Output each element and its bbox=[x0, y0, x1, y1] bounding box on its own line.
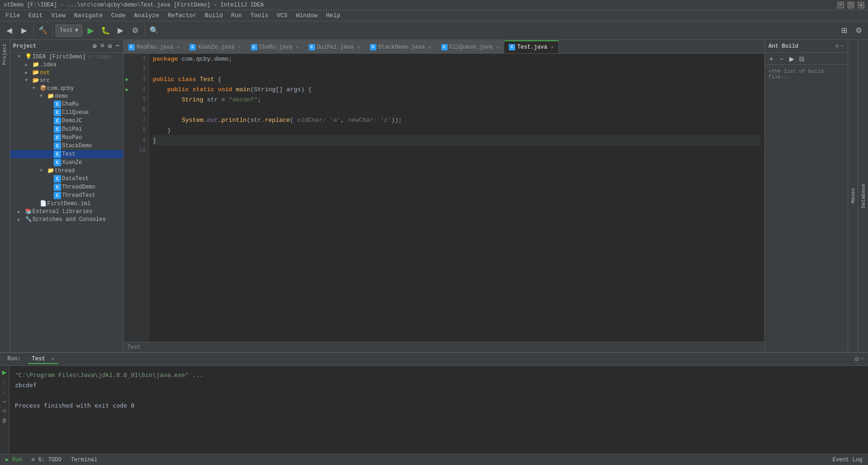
tree-item-project[interactable]: ▼ 💡 IDEA [FirstDemo] F:\IDEA bbox=[10, 53, 123, 61]
run-marker-3[interactable]: ▶ bbox=[125, 76, 129, 83]
run-scroll-up[interactable]: ↑ bbox=[3, 380, 6, 386]
sidebar-settings-btn[interactable]: ⚙ bbox=[107, 41, 112, 51]
tab-cilqueue[interactable]: C CilQueue.java ✕ bbox=[437, 40, 505, 53]
tab-charu-close[interactable]: ✕ bbox=[296, 44, 299, 50]
tree-item-ext-libs[interactable]: ▶ 📚 External Libraries bbox=[10, 207, 123, 215]
sidebar-expand-btn[interactable]: ≡ bbox=[100, 41, 105, 51]
run-config-selector[interactable]: Test ▼ bbox=[56, 25, 82, 37]
run-panel-collapse[interactable]: − bbox=[861, 355, 864, 363]
tree-item-out[interactable]: ▶ 📂 out bbox=[10, 69, 123, 76]
tab-maopao-close[interactable]: ✕ bbox=[177, 44, 180, 50]
tree-item-comqcby[interactable]: ▼ 📦 com.qcby bbox=[10, 84, 123, 92]
status-run[interactable]: ▶ Run bbox=[4, 456, 24, 463]
ant-build-close[interactable]: − bbox=[841, 43, 844, 50]
tree-item-thread[interactable]: ▼ 📁 thread bbox=[10, 167, 123, 175]
tree-item-xuanze[interactable]: ▶ C XuanZe bbox=[10, 158, 123, 167]
tree-arrow-demo[interactable]: ▼ bbox=[40, 94, 46, 99]
tree-arrow-project[interactable]: ▼ bbox=[18, 54, 24, 59]
tree-item-src[interactable]: ▼ 📂 src bbox=[10, 76, 123, 84]
code-editor[interactable]: 1 2 ▶ 3 ▶ 4 5 6 7 8 9 10 pa bbox=[124, 54, 764, 342]
run-panel-settings[interactable]: ⚙ bbox=[855, 355, 858, 363]
code-content[interactable]: package com.qcby.demo; public class Test… bbox=[149, 54, 764, 342]
maximize-button[interactable]: □ bbox=[848, 2, 854, 8]
close-button[interactable]: ✕ bbox=[858, 2, 864, 8]
ant-add-btn[interactable]: + bbox=[767, 54, 776, 63]
tab-duipai-close[interactable]: ✕ bbox=[357, 44, 360, 50]
menu-view[interactable]: View bbox=[47, 11, 69, 20]
run-clear[interactable]: 🗑 bbox=[2, 417, 7, 424]
tree-item-scratches[interactable]: ▶ 🔧 Scratches and Consoles bbox=[10, 215, 123, 223]
status-event-log[interactable]: Event Log bbox=[831, 457, 864, 463]
menu-build[interactable]: Build bbox=[201, 11, 226, 20]
menu-analyze[interactable]: Analyze bbox=[130, 11, 163, 20]
tree-item-charu[interactable]: ▶ C ChaRu bbox=[10, 100, 123, 108]
tab-charu[interactable]: C ChaRu.java ✕ bbox=[246, 40, 304, 53]
menu-refactor[interactable]: Refactor bbox=[164, 11, 200, 20]
tab-cilqueue-close[interactable]: ✕ bbox=[496, 44, 499, 50]
run-panel-tab-close[interactable]: ✕ bbox=[51, 356, 55, 362]
menu-window[interactable]: Window bbox=[292, 11, 321, 20]
minimize-button[interactable]: ─ bbox=[837, 2, 844, 8]
ant-build-settings[interactable]: ⚙ bbox=[836, 43, 839, 50]
run-panel-tab-run[interactable]: Run: bbox=[4, 355, 25, 364]
vtab-project[interactable]: Project bbox=[0, 40, 10, 69]
tree-arrow-out[interactable]: ▶ bbox=[25, 70, 31, 75]
tree-item-datatest[interactable]: ▶ C DataTest bbox=[10, 175, 123, 183]
database-label[interactable]: Database bbox=[859, 180, 868, 212]
tree-arrow-idea[interactable]: ▶ bbox=[25, 62, 31, 68]
tab-duipai[interactable]: C DuiPai.java ✕ bbox=[304, 40, 365, 53]
build-button[interactable]: 🔨 bbox=[37, 24, 50, 37]
menu-code[interactable]: Code bbox=[107, 11, 129, 20]
tree-arrow-scratches[interactable]: ▶ bbox=[18, 217, 24, 222]
run-softref[interactable]: ≡ bbox=[3, 408, 6, 415]
menu-navigate[interactable]: Navigate bbox=[70, 11, 106, 20]
tree-arrow-thread[interactable]: ▼ bbox=[40, 168, 46, 173]
tree-item-idea[interactable]: ▶ 📁 .idea bbox=[10, 61, 123, 69]
debug-button[interactable]: 🐛 bbox=[99, 24, 112, 37]
search-everywhere-button[interactable]: 🔍 bbox=[148, 24, 161, 37]
sidebar-collapse-btn[interactable]: − bbox=[115, 41, 120, 51]
tree-arrow-src[interactable]: ▼ bbox=[25, 78, 31, 83]
tab-xuanze-close[interactable]: ✕ bbox=[238, 44, 241, 50]
tree-item-duipai[interactable]: ▶ C DuiPai bbox=[10, 125, 123, 133]
tree-item-cilqueue[interactable]: ▶ C CilQueue bbox=[10, 108, 123, 117]
run-scroll-down[interactable]: ↓ bbox=[3, 389, 6, 396]
ant-remove-btn[interactable]: − bbox=[777, 54, 786, 63]
run-wrap[interactable]: ↩ bbox=[3, 398, 6, 405]
tab-test-close[interactable]: ✕ bbox=[551, 44, 554, 50]
tab-stackdemo[interactable]: C StackDemo.java ✕ bbox=[365, 40, 437, 53]
tree-item-maopao[interactable]: ▶ C MaoPao bbox=[10, 133, 123, 142]
sidebar-sync-btn[interactable]: ⊙ bbox=[92, 41, 97, 51]
tree-item-threadtest[interactable]: ▶ C ThreadTest bbox=[10, 191, 123, 200]
tree-item-stackdemo[interactable]: ▶ C StackDemo bbox=[10, 142, 123, 150]
tree-item-threaddemo[interactable]: ▶ C ThreadDemo bbox=[10, 183, 123, 191]
ant-run-btn[interactable]: ▶ bbox=[787, 54, 796, 63]
menu-file[interactable]: File bbox=[2, 11, 24, 20]
tree-arrow-comqcby[interactable]: ▼ bbox=[32, 86, 39, 91]
tab-maopao[interactable]: C MaoPao.java ✕ bbox=[124, 40, 185, 53]
tab-test[interactable]: C Test.java ✕ bbox=[504, 40, 559, 53]
menu-help[interactable]: Help bbox=[322, 11, 344, 20]
forward-button[interactable]: ▶ bbox=[18, 24, 31, 37]
settings-button[interactable]: ⚙ bbox=[852, 24, 865, 37]
run-button[interactable]: ▶ bbox=[84, 24, 97, 37]
ant-filter-btn[interactable]: ⊟ bbox=[797, 54, 806, 63]
tree-item-demo[interactable]: ▼ 📁 demo bbox=[10, 92, 123, 100]
tree-item-demojc[interactable]: ▶ C DemoJC bbox=[10, 117, 123, 125]
tree-item-test[interactable]: ▶ C Test bbox=[10, 150, 123, 158]
layout-button[interactable]: ⊞ bbox=[837, 24, 850, 37]
run-restart-btn[interactable]: ▶ bbox=[2, 368, 7, 377]
menu-tools[interactable]: Tools bbox=[247, 11, 272, 20]
profile-button[interactable]: ⚙ bbox=[129, 24, 142, 37]
tree-arrow-extlibs[interactable]: ▶ bbox=[18, 209, 24, 214]
status-terminal[interactable]: Terminal bbox=[69, 457, 100, 463]
tab-xuanze[interactable]: C XuanZe.java ✕ bbox=[185, 40, 246, 53]
run-marker-4[interactable]: ▶ bbox=[125, 86, 129, 93]
menu-edit[interactable]: Edit bbox=[25, 11, 46, 20]
coverage-button[interactable]: ▶ bbox=[114, 24, 127, 37]
menu-vcs[interactable]: VCS bbox=[273, 11, 291, 20]
tree-item-firstdemo-iml[interactable]: ▶ 📄 FirstDemo.iml bbox=[10, 200, 123, 207]
tab-stackdemo-close[interactable]: ✕ bbox=[429, 44, 431, 50]
maven-label[interactable]: Maven bbox=[849, 184, 858, 207]
menu-run[interactable]: Run bbox=[227, 11, 245, 20]
